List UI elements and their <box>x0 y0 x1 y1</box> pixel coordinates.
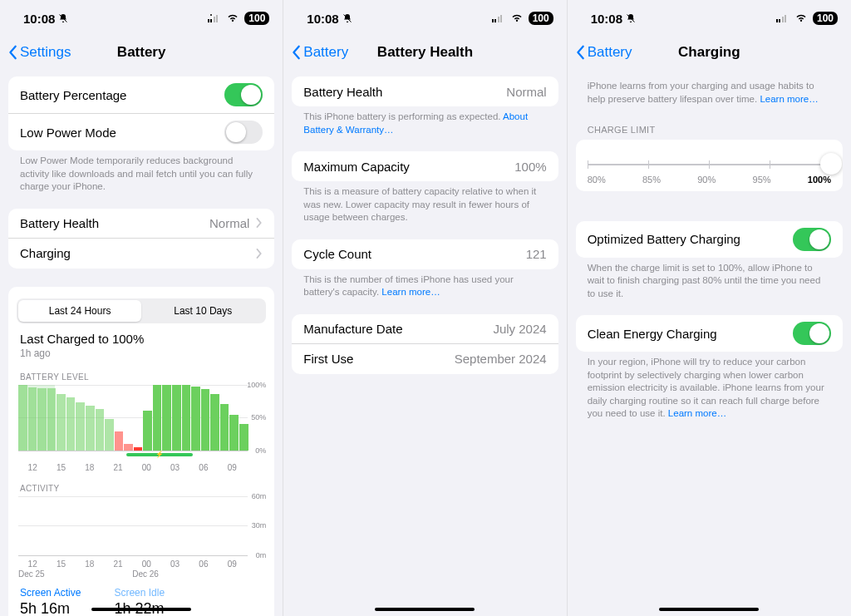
svg-rect-15 <box>782 17 784 22</box>
charging-screen: 10:08 100 Battery Charging iPhone learns… <box>568 0 851 616</box>
clean-energy-learn-more-link[interactable]: Learn more… <box>668 408 726 418</box>
back-label: Battery <box>588 44 632 61</box>
battery-settings-screen: 10:08 100 Settings Battery Battery Perce… <box>0 0 283 616</box>
manufacture-date-row: Manufacture Date July 2024 <box>292 314 558 344</box>
low-power-mode-row[interactable]: Low Power Mode <box>8 114 274 150</box>
max-capacity-note: This is a measure of battery capacity re… <box>292 181 558 224</box>
bolt-icon: ⚡ <box>126 451 193 458</box>
slider-labels: 80% 85% 90% 95% 100% <box>588 175 831 185</box>
status-time: 10:08 <box>23 12 55 26</box>
seg-last-10d[interactable]: Last 10 Days <box>141 300 264 322</box>
cycle-count-row: Cycle Count 121 <box>292 239 558 269</box>
charge-limit-slider[interactable] <box>588 156 831 158</box>
back-button[interactable]: Settings <box>8 44 71 61</box>
charging-learn-more-link[interactable]: Learn more… <box>760 94 818 104</box>
chevron-left-icon <box>8 45 18 60</box>
battery-percentage-label: Battery Percentage <box>20 88 224 102</box>
status-icons: 100 <box>776 12 838 25</box>
health-row: Battery Health Normal <box>292 76 558 106</box>
wifi-icon <box>794 13 808 23</box>
svg-rect-2 <box>210 19 212 22</box>
clean-energy-note: In your region, iPhone will try to reduc… <box>576 352 843 421</box>
battery-health-label: Battery Health <box>20 216 209 230</box>
x-axis-hours: 1215182100030609 <box>17 460 248 472</box>
cellular-icon <box>208 14 221 22</box>
low-power-mode-label: Low Power Mode <box>20 126 224 140</box>
clean-energy-row[interactable]: Clean Energy Charging <box>576 315 843 352</box>
home-indicator[interactable] <box>659 608 759 611</box>
back-button[interactable]: Battery <box>292 44 348 61</box>
svg-rect-11 <box>500 15 502 22</box>
first-use-row: First Use September 2024 <box>292 344 558 374</box>
charge-limit-header: CHARGE LIMIT <box>576 122 843 136</box>
max-capacity-row: Maximum Capacity 100% <box>292 151 558 181</box>
battery-level-label: BATTERY LEVEL <box>17 361 266 383</box>
low-power-mode-note: Low Power Mode temporarily reduces backg… <box>8 150 274 194</box>
x-axis-hours: 1215182100030609 <box>17 556 248 569</box>
screen-active-stat: Screen Active 5h 16m <box>20 587 81 616</box>
battery-level-chart: 100% 50% 0% ⚡ <box>18 385 248 451</box>
svg-rect-8 <box>492 19 494 22</box>
status-icons: 100 <box>208 12 269 25</box>
activity-label: ACTIVITY <box>17 472 266 495</box>
battery-health-value: Normal <box>209 216 249 230</box>
svg-rect-13 <box>776 19 778 22</box>
home-indicator[interactable] <box>91 608 191 611</box>
low-power-mode-toggle[interactable] <box>224 121 263 144</box>
cellular-icon <box>776 14 790 22</box>
cycle-note: This is the number of times iPhone has u… <box>292 269 558 299</box>
svg-rect-5 <box>212 14 213 22</box>
charging-row[interactable]: Charging <box>8 239 274 269</box>
nav-bar: Settings Battery <box>0 37 283 68</box>
last-charged-title: Last Charged to 100% <box>20 332 263 346</box>
svg-rect-4 <box>216 15 218 22</box>
status-battery: 100 <box>529 12 553 25</box>
wifi-icon <box>510 13 524 23</box>
svg-rect-10 <box>498 17 499 22</box>
svg-rect-1 <box>208 19 209 22</box>
health-note: This iPhone battery is performing as exp… <box>292 106 558 136</box>
status-time: 10:08 <box>591 12 622 26</box>
svg-point-6 <box>210 14 212 16</box>
svg-rect-16 <box>785 15 786 22</box>
x-axis-dates: Dec 25 Dec 26 <box>17 569 248 579</box>
svg-rect-14 <box>779 19 780 22</box>
battery-percentage-toggle[interactable] <box>224 83 263 106</box>
chevron-right-icon <box>256 218 263 228</box>
status-icons: 100 <box>492 12 553 25</box>
charging-intro: iPhone learns from your charging and usa… <box>576 68 843 106</box>
dnd-icon <box>342 13 352 23</box>
back-label: Settings <box>20 44 71 61</box>
optimized-charging-row[interactable]: Optimized Battery Charging <box>576 221 843 258</box>
status-battery: 100 <box>244 12 269 25</box>
chevron-right-icon <box>256 249 263 259</box>
slider-knob[interactable] <box>820 153 842 175</box>
status-bar: 10:08 100 <box>568 0 851 37</box>
last-charged-sub: 1h ago <box>20 347 263 359</box>
clean-energy-label: Clean Energy Charging <box>588 327 793 341</box>
status-time: 10:08 <box>307 12 338 26</box>
seg-last-24h[interactable]: Last 24 Hours <box>18 300 141 322</box>
status-bar: 10:08 100 <box>0 0 283 37</box>
optimized-charging-label: Optimized Battery Charging <box>588 232 793 246</box>
clean-energy-toggle[interactable] <box>793 322 831 345</box>
cellular-icon <box>492 14 505 22</box>
activity-chart: 60m 30m 0m <box>18 496 248 556</box>
wifi-icon <box>226 13 239 23</box>
optimized-charging-note: When the charge limit is set to 100%, al… <box>576 258 843 301</box>
back-button[interactable]: Battery <box>576 44 632 61</box>
chevron-left-icon <box>292 45 302 60</box>
cycle-learn-more-link[interactable]: Learn more… <box>381 287 440 297</box>
charging-label: Charging <box>20 246 249 260</box>
battery-percentage-row[interactable]: Battery Percentage <box>8 76 274 114</box>
optimized-charging-toggle[interactable] <box>793 228 831 251</box>
status-battery: 100 <box>813 12 838 25</box>
battery-health-row[interactable]: Battery Health Normal <box>8 209 274 239</box>
battery-health-screen: 10:08 100 Battery Battery Health Battery… <box>283 0 567 616</box>
chevron-left-icon <box>576 45 586 60</box>
dnd-icon <box>626 13 636 23</box>
time-range-segmented[interactable]: Last 24 Hours Last 10 Days <box>17 298 266 323</box>
home-indicator[interactable] <box>375 608 475 611</box>
status-bar: 10:08 100 <box>283 0 566 37</box>
dnd-icon <box>58 13 68 23</box>
